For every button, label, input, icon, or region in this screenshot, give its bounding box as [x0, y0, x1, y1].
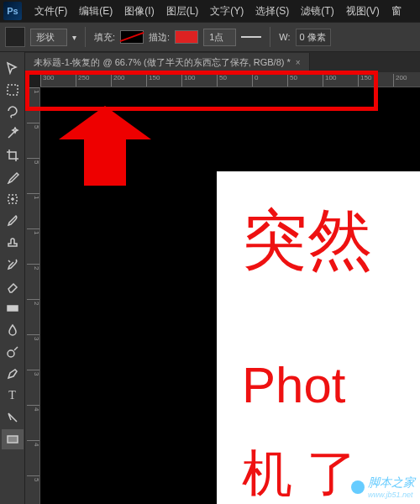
ruler-tick: 5 [27, 158, 40, 164]
toolbox: T [0, 52, 25, 504]
marquee-tool[interactable] [2, 80, 24, 100]
ruler-tick: 3 [27, 370, 40, 375]
history-brush-tool[interactable] [2, 255, 24, 275]
stroke-swatch[interactable] [175, 30, 198, 44]
document-tab[interactable]: 未标题-1-恢复的 @ 66.7% (做了半天的东西忘了保存, RGB/8) *… [25, 53, 310, 72]
fill-swatch[interactable] [120, 30, 144, 44]
menu-filter[interactable]: 滤镜(T) [295, 4, 339, 18]
ruler-tick: 1 [27, 87, 40, 93]
ruler-tick: 250 [76, 74, 89, 87]
ruler-tick: 3 [27, 334, 40, 340]
ruler-tick: 150 [358, 74, 371, 87]
svg-rect-2 [8, 306, 18, 311]
artboard[interactable]: 突然 Phot 机 了 [217, 171, 420, 504]
crop-tool[interactable] [2, 145, 24, 165]
svg-point-3 [8, 350, 14, 357]
ruler-tick: 2 [27, 264, 40, 270]
options-bar: 形状 ▾ 填充: 描边: 1点 W: 0 像素 [0, 22, 420, 52]
blur-tool[interactable] [2, 320, 24, 340]
ruler-tick: 150 [146, 74, 160, 87]
menu-bar: Ps 文件(F) 编辑(E) 图像(I) 图层(L) 文字(Y) 选择(S) 滤… [0, 0, 420, 22]
ruler-tick: 100 [181, 74, 195, 87]
canvas-wrap: 未标题-1-恢复的 @ 66.7% (做了半天的东西忘了保存, RGB/8) *… [25, 52, 420, 504]
svg-rect-4 [8, 436, 18, 443]
ruler-horizontal[interactable]: 30025020015010050050100150200 [40, 72, 420, 87]
close-icon[interactable]: × [296, 58, 301, 67]
lasso-tool[interactable] [2, 102, 24, 122]
ruler-tick: 50 [287, 74, 297, 87]
ruler-tick: 1 [27, 193, 40, 199]
type-tool[interactable]: T [2, 386, 24, 406]
document-tabbar: 未标题-1-恢复的 @ 66.7% (做了半天的东西忘了保存, RGB/8) *… [25, 52, 420, 72]
stroke-style-icon[interactable] [241, 36, 261, 38]
menu-text[interactable]: 文字(Y) [204, 4, 249, 18]
ruler-tick: 1 [27, 228, 40, 234]
menu-window[interactable]: 窗 [386, 4, 407, 18]
width-label: W: [279, 32, 290, 42]
brush-tool[interactable] [2, 211, 24, 231]
stroke-width-select[interactable]: 1点 [203, 29, 236, 46]
ruler-tick: 200 [111, 74, 124, 87]
canvas-stage[interactable]: 突然 Phot 机 了 [40, 87, 420, 504]
separator [270, 27, 270, 47]
gradient-tool[interactable] [2, 298, 24, 318]
move-tool[interactable] [2, 58, 24, 78]
pen-tool[interactable] [2, 364, 24, 384]
fill-label: 填充: [94, 31, 115, 44]
stroke-label: 描边: [149, 31, 170, 44]
wand-tool[interactable] [2, 123, 24, 144]
menu-edit[interactable]: 编辑(E) [73, 4, 118, 18]
separator [85, 27, 86, 47]
dodge-tool[interactable] [2, 342, 24, 362]
shape-mode-select[interactable]: 形状 [30, 29, 67, 46]
ruler-vertical[interactable]: 1551122334455 [25, 87, 40, 504]
watermark-url: www.jb51.net [368, 491, 415, 499]
watermark: 脚本之家 www.jb51.net [351, 475, 415, 499]
artboard-text-1: 突然 [242, 197, 373, 285]
menu-image[interactable]: 图像(I) [118, 4, 160, 18]
watermark-text: 脚本之家 [368, 475, 415, 491]
chevron-down-icon: ▾ [72, 33, 76, 42]
path-tool[interactable] [2, 407, 24, 428]
eyedropper-tool[interactable] [2, 167, 24, 187]
document-tab-title: 未标题-1-恢复的 @ 66.7% (做了半天的东西忘了保存, RGB/8) * [34, 56, 291, 69]
artboard-text-2: Phot [242, 356, 345, 414]
ruler-tick: 5 [27, 475, 40, 481]
ruler-tick: 4 [27, 405, 40, 411]
tool-preset-icon[interactable] [5, 27, 25, 47]
artboard-text-3: 机 了 [242, 440, 357, 504]
heal-tool[interactable] [2, 189, 24, 209]
watermark-icon [351, 480, 365, 494]
menu-layer[interactable]: 图层(L) [160, 4, 205, 18]
ruler-tick: 2 [27, 299, 40, 305]
ruler-tick: 0 [252, 74, 258, 87]
menu-select[interactable]: 选择(S) [249, 4, 295, 18]
stamp-tool[interactable] [2, 233, 24, 253]
document-area: T 未标题-1-恢复的 @ 66.7% (做了半天的东西忘了保存, RGB/8)… [0, 52, 420, 504]
menu-view[interactable]: 视图(V) [340, 4, 386, 18]
ruler-tick: 4 [27, 440, 40, 446]
ruler-tick: 5 [27, 123, 40, 129]
menu-file[interactable]: 文件(F) [29, 4, 73, 18]
width-field[interactable]: 0 像素 [296, 29, 331, 46]
eraser-tool[interactable] [2, 276, 24, 297]
ruler-tick: 100 [323, 74, 336, 87]
svg-rect-0 [8, 85, 18, 95]
rectangle-tool[interactable] [2, 429, 24, 449]
ruler-tick: 50 [217, 74, 227, 87]
ruler-tick: 300 [40, 74, 54, 87]
app-logo: Ps [3, 2, 22, 20]
ruler-tick: 200 [393, 74, 407, 87]
